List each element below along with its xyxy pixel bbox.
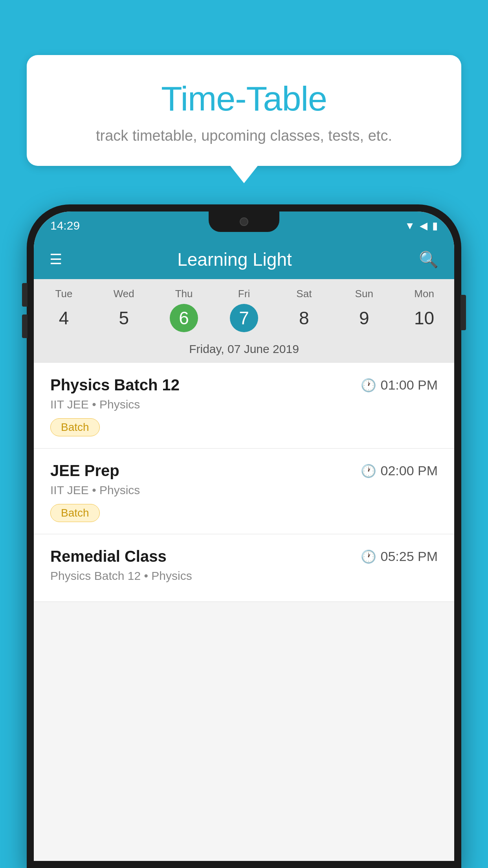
batch-badge: Batch [50,504,100,522]
tooltip-card: Time-Table track timetable, upcoming cla… [27,55,461,166]
day-name: Thu [154,288,214,300]
class-name: Remedial Class [50,548,167,565]
calendar-day-col[interactable]: Mon10 [394,288,454,332]
hamburger-icon[interactable]: ☰ [50,251,62,268]
class-time: 🕐01:00 PM [361,377,438,393]
day-number[interactable]: 9 [350,304,378,332]
batch-badge: Batch [50,418,100,436]
calendar-day-col[interactable]: Thu6 [154,288,214,332]
clock-icon: 🕐 [361,463,376,478]
day-name: Tue [34,288,94,300]
status-icons: ▼ ◀ ▮ [405,220,438,232]
class-time-text: 01:00 PM [380,377,438,393]
clock-icon: 🕐 [361,378,376,393]
calendar-day-col[interactable]: Wed5 [94,288,154,332]
calendar-day-col[interactable]: Tue4 [34,288,94,332]
day-number[interactable]: 4 [50,304,78,332]
tooltip-title: Time-Table [46,79,442,119]
clock-icon: 🕐 [361,549,376,564]
class-subtitle: Physics Batch 12 • Physics [50,569,438,583]
day-number[interactable]: 6 [170,304,198,332]
phone-notch [209,211,279,232]
calendar-week-header: Tue4Wed5Thu6Fri7Sat8Sun9Mon10 [34,279,454,338]
class-item[interactable]: Physics Batch 12🕐01:00 PMIIT JEE • Physi… [34,363,454,449]
class-time: 🕐02:00 PM [361,463,438,478]
day-name: Wed [94,288,154,300]
class-time: 🕐05:25 PM [361,549,438,564]
class-name: JEE Prep [50,462,119,480]
calendar-date-label: Friday, 07 June 2019 [34,338,454,363]
day-name: Sat [274,288,334,300]
day-name: Mon [394,288,454,300]
phone-wrapper: 14:29 ▼ ◀ ▮ ☰ Learning Light 🔍 Tue4Wed5T… [27,204,461,868]
class-name: Physics Batch 12 [50,376,180,394]
phone-screen: 14:29 ▼ ◀ ▮ ☰ Learning Light 🔍 Tue4Wed5T… [34,211,454,861]
day-name: Fri [214,288,274,300]
volume-down-button [22,314,28,338]
day-number[interactable]: 5 [110,304,138,332]
volume-up-button [22,283,28,307]
class-subtitle: IIT JEE • Physics [50,398,438,411]
tooltip-subtitle: track timetable, upcoming classes, tests… [46,127,442,144]
front-camera [240,217,248,226]
wifi-icon: ▼ [405,220,415,232]
phone-outer: 14:29 ▼ ◀ ▮ ☰ Learning Light 🔍 Tue4Wed5T… [27,204,461,868]
app-title: Learning Light [74,249,395,270]
app-bar: ☰ Learning Light 🔍 [34,240,454,279]
class-list: Physics Batch 12🕐01:00 PMIIT JEE • Physi… [34,363,454,602]
power-button [460,295,466,330]
signal-icon: ◀ [420,220,427,232]
class-item[interactable]: JEE Prep🕐02:00 PMIIT JEE • PhysicsBatch [34,449,454,534]
calendar-day-col[interactable]: Fri7 [214,288,274,332]
search-icon[interactable]: 🔍 [419,250,438,269]
class-time-text: 02:00 PM [380,463,438,478]
class-item[interactable]: Remedial Class🕐05:25 PMPhysics Batch 12 … [34,534,454,602]
class-time-text: 05:25 PM [380,549,438,564]
status-time: 14:29 [50,219,80,232]
class-subtitle: IIT JEE • Physics [50,484,438,497]
day-number[interactable]: 10 [410,304,438,332]
day-number[interactable]: 7 [230,304,258,332]
calendar-day-col[interactable]: Sat8 [274,288,334,332]
calendar-day-col[interactable]: Sun9 [334,288,394,332]
battery-icon: ▮ [432,220,438,232]
day-name: Sun [334,288,394,300]
day-number[interactable]: 8 [290,304,318,332]
